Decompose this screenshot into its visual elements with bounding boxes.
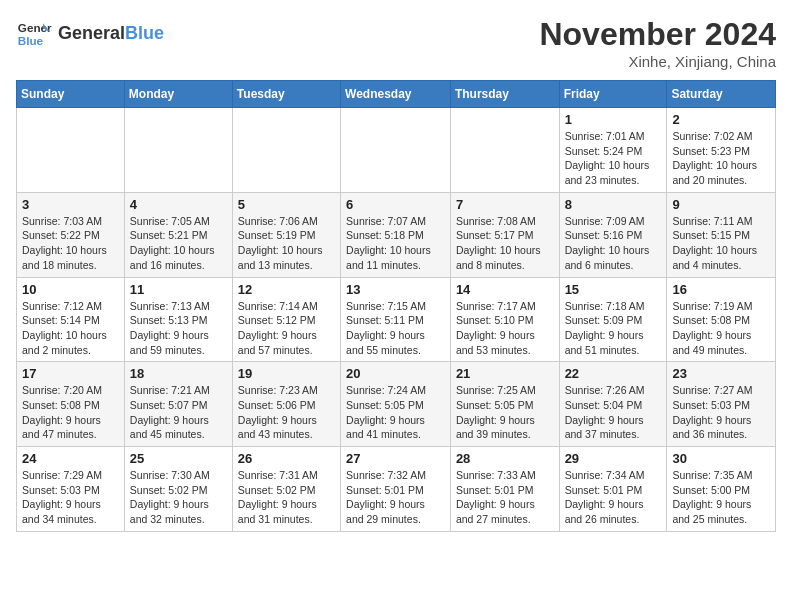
day-number: 16 (672, 282, 770, 297)
day-info: Sunrise: 7:30 AM Sunset: 5:02 PM Dayligh… (130, 468, 227, 527)
day-info: Sunrise: 7:19 AM Sunset: 5:08 PM Dayligh… (672, 299, 770, 358)
calendar-cell: 28Sunrise: 7:33 AM Sunset: 5:01 PM Dayli… (450, 447, 559, 532)
calendar-cell (450, 108, 559, 193)
day-info: Sunrise: 7:18 AM Sunset: 5:09 PM Dayligh… (565, 299, 662, 358)
day-number: 22 (565, 366, 662, 381)
day-info: Sunrise: 7:23 AM Sunset: 5:06 PM Dayligh… (238, 383, 335, 442)
day-number: 18 (130, 366, 227, 381)
day-info: Sunrise: 7:29 AM Sunset: 5:03 PM Dayligh… (22, 468, 119, 527)
day-info: Sunrise: 7:14 AM Sunset: 5:12 PM Dayligh… (238, 299, 335, 358)
svg-text:Blue: Blue (18, 34, 44, 47)
weekday-header-friday: Friday (559, 81, 667, 108)
day-info: Sunrise: 7:06 AM Sunset: 5:19 PM Dayligh… (238, 214, 335, 273)
logo-text: GeneralBlue (58, 24, 164, 44)
weekday-header-sunday: Sunday (17, 81, 125, 108)
calendar-week-1: 1Sunrise: 7:01 AM Sunset: 5:24 PM Daylig… (17, 108, 776, 193)
calendar-cell: 19Sunrise: 7:23 AM Sunset: 5:06 PM Dayli… (232, 362, 340, 447)
day-number: 30 (672, 451, 770, 466)
calendar-cell: 20Sunrise: 7:24 AM Sunset: 5:05 PM Dayli… (341, 362, 451, 447)
day-number: 6 (346, 197, 445, 212)
calendar-cell: 2Sunrise: 7:02 AM Sunset: 5:23 PM Daylig… (667, 108, 776, 193)
calendar-cell: 30Sunrise: 7:35 AM Sunset: 5:00 PM Dayli… (667, 447, 776, 532)
calendar-cell: 7Sunrise: 7:08 AM Sunset: 5:17 PM Daylig… (450, 192, 559, 277)
calendar-cell: 26Sunrise: 7:31 AM Sunset: 5:02 PM Dayli… (232, 447, 340, 532)
weekday-header-tuesday: Tuesday (232, 81, 340, 108)
calendar-cell: 25Sunrise: 7:30 AM Sunset: 5:02 PM Dayli… (124, 447, 232, 532)
day-number: 21 (456, 366, 554, 381)
calendar-cell: 3Sunrise: 7:03 AM Sunset: 5:22 PM Daylig… (17, 192, 125, 277)
weekday-header-thursday: Thursday (450, 81, 559, 108)
day-number: 7 (456, 197, 554, 212)
day-number: 5 (238, 197, 335, 212)
calendar-cell: 12Sunrise: 7:14 AM Sunset: 5:12 PM Dayli… (232, 277, 340, 362)
day-number: 15 (565, 282, 662, 297)
day-info: Sunrise: 7:32 AM Sunset: 5:01 PM Dayligh… (346, 468, 445, 527)
calendar-cell: 16Sunrise: 7:19 AM Sunset: 5:08 PM Dayli… (667, 277, 776, 362)
day-info: Sunrise: 7:11 AM Sunset: 5:15 PM Dayligh… (672, 214, 770, 273)
day-number: 27 (346, 451, 445, 466)
day-info: Sunrise: 7:09 AM Sunset: 5:16 PM Dayligh… (565, 214, 662, 273)
title-block: November 2024 Xinhe, Xinjiang, China (539, 16, 776, 70)
day-number: 26 (238, 451, 335, 466)
day-info: Sunrise: 7:25 AM Sunset: 5:05 PM Dayligh… (456, 383, 554, 442)
calendar-cell (341, 108, 451, 193)
calendar-cell: 6Sunrise: 7:07 AM Sunset: 5:18 PM Daylig… (341, 192, 451, 277)
day-info: Sunrise: 7:35 AM Sunset: 5:00 PM Dayligh… (672, 468, 770, 527)
calendar-cell: 24Sunrise: 7:29 AM Sunset: 5:03 PM Dayli… (17, 447, 125, 532)
calendar-cell: 1Sunrise: 7:01 AM Sunset: 5:24 PM Daylig… (559, 108, 667, 193)
weekday-header-row: SundayMondayTuesdayWednesdayThursdayFrid… (17, 81, 776, 108)
calendar-cell: 18Sunrise: 7:21 AM Sunset: 5:07 PM Dayli… (124, 362, 232, 447)
day-info: Sunrise: 7:08 AM Sunset: 5:17 PM Dayligh… (456, 214, 554, 273)
day-info: Sunrise: 7:12 AM Sunset: 5:14 PM Dayligh… (22, 299, 119, 358)
day-info: Sunrise: 7:13 AM Sunset: 5:13 PM Dayligh… (130, 299, 227, 358)
month-title: November 2024 (539, 16, 776, 53)
day-number: 13 (346, 282, 445, 297)
calendar-cell: 4Sunrise: 7:05 AM Sunset: 5:21 PM Daylig… (124, 192, 232, 277)
day-number: 25 (130, 451, 227, 466)
calendar-week-5: 24Sunrise: 7:29 AM Sunset: 5:03 PM Dayli… (17, 447, 776, 532)
weekday-header-wednesday: Wednesday (341, 81, 451, 108)
day-number: 1 (565, 112, 662, 127)
day-number: 28 (456, 451, 554, 466)
day-info: Sunrise: 7:01 AM Sunset: 5:24 PM Dayligh… (565, 129, 662, 188)
day-info: Sunrise: 7:26 AM Sunset: 5:04 PM Dayligh… (565, 383, 662, 442)
svg-text:General: General (18, 21, 52, 34)
calendar-cell: 17Sunrise: 7:20 AM Sunset: 5:08 PM Dayli… (17, 362, 125, 447)
calendar-cell (124, 108, 232, 193)
day-info: Sunrise: 7:02 AM Sunset: 5:23 PM Dayligh… (672, 129, 770, 188)
day-info: Sunrise: 7:21 AM Sunset: 5:07 PM Dayligh… (130, 383, 227, 442)
calendar-cell (232, 108, 340, 193)
calendar-cell: 5Sunrise: 7:06 AM Sunset: 5:19 PM Daylig… (232, 192, 340, 277)
calendar-cell: 11Sunrise: 7:13 AM Sunset: 5:13 PM Dayli… (124, 277, 232, 362)
weekday-header-monday: Monday (124, 81, 232, 108)
day-number: 24 (22, 451, 119, 466)
calendar-body: 1Sunrise: 7:01 AM Sunset: 5:24 PM Daylig… (17, 108, 776, 532)
calendar-cell: 21Sunrise: 7:25 AM Sunset: 5:05 PM Dayli… (450, 362, 559, 447)
logo: General Blue GeneralBlue (16, 16, 164, 52)
day-number: 23 (672, 366, 770, 381)
day-number: 8 (565, 197, 662, 212)
day-info: Sunrise: 7:27 AM Sunset: 5:03 PM Dayligh… (672, 383, 770, 442)
day-info: Sunrise: 7:05 AM Sunset: 5:21 PM Dayligh… (130, 214, 227, 273)
day-info: Sunrise: 7:07 AM Sunset: 5:18 PM Dayligh… (346, 214, 445, 273)
calendar-header: SundayMondayTuesdayWednesdayThursdayFrid… (17, 81, 776, 108)
day-info: Sunrise: 7:15 AM Sunset: 5:11 PM Dayligh… (346, 299, 445, 358)
day-number: 9 (672, 197, 770, 212)
day-number: 20 (346, 366, 445, 381)
calendar-cell: 23Sunrise: 7:27 AM Sunset: 5:03 PM Dayli… (667, 362, 776, 447)
calendar-cell (17, 108, 125, 193)
day-number: 14 (456, 282, 554, 297)
calendar-cell: 14Sunrise: 7:17 AM Sunset: 5:10 PM Dayli… (450, 277, 559, 362)
calendar-cell: 29Sunrise: 7:34 AM Sunset: 5:01 PM Dayli… (559, 447, 667, 532)
calendar-cell: 10Sunrise: 7:12 AM Sunset: 5:14 PM Dayli… (17, 277, 125, 362)
calendar-cell: 13Sunrise: 7:15 AM Sunset: 5:11 PM Dayli… (341, 277, 451, 362)
day-number: 4 (130, 197, 227, 212)
day-number: 29 (565, 451, 662, 466)
location: Xinhe, Xinjiang, China (539, 53, 776, 70)
day-info: Sunrise: 7:24 AM Sunset: 5:05 PM Dayligh… (346, 383, 445, 442)
day-number: 11 (130, 282, 227, 297)
calendar-table: SundayMondayTuesdayWednesdayThursdayFrid… (16, 80, 776, 532)
page-header: General Blue GeneralBlue November 2024 X… (16, 16, 776, 70)
day-info: Sunrise: 7:20 AM Sunset: 5:08 PM Dayligh… (22, 383, 119, 442)
day-number: 19 (238, 366, 335, 381)
